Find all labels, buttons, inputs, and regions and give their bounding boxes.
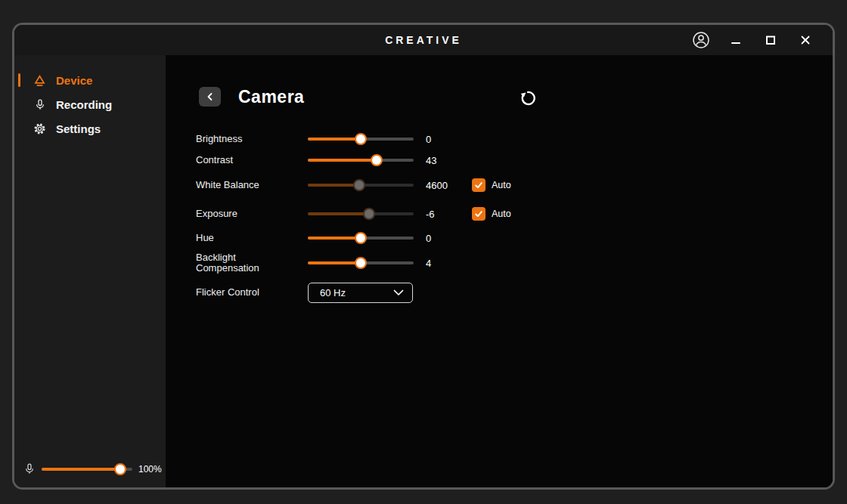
active-indicator bbox=[18, 73, 20, 87]
slider-thumb[interactable] bbox=[114, 463, 126, 475]
account-icon[interactable] bbox=[692, 31, 710, 49]
control-label: Contrast bbox=[196, 155, 294, 165]
contrast-slider[interactable] bbox=[308, 154, 414, 166]
control-label: White Balance bbox=[196, 180, 294, 190]
control-row-contrast: Contrast 43 bbox=[196, 150, 818, 171]
control-value: 43 bbox=[426, 155, 436, 166]
mic-volume-slider[interactable] bbox=[42, 463, 132, 475]
slider-fill bbox=[308, 138, 361, 141]
slider-fill bbox=[308, 237, 361, 240]
white-balance-slider[interactable] bbox=[308, 179, 414, 191]
exposure-slider[interactable] bbox=[308, 208, 414, 220]
control-label: Hue bbox=[196, 233, 294, 243]
device-triangle-icon bbox=[33, 74, 46, 87]
dropdown-selected-value: 60 Hz bbox=[309, 287, 393, 298]
slider-fill bbox=[308, 212, 371, 215]
mic-volume-row: 100% bbox=[23, 462, 162, 476]
titlebar: CREATIVE bbox=[14, 25, 833, 55]
check-icon bbox=[474, 209, 483, 218]
slider-fill bbox=[308, 261, 361, 264]
chevron-left-icon bbox=[206, 92, 215, 101]
hue-slider[interactable] bbox=[308, 232, 414, 244]
auto-checkbox-group: Auto bbox=[472, 178, 511, 192]
brightness-slider[interactable] bbox=[308, 133, 414, 145]
minimize-button[interactable] bbox=[727, 31, 745, 49]
page-title: Camera bbox=[238, 87, 304, 107]
sidebar-item-device[interactable]: Device bbox=[14, 68, 166, 92]
window-controls bbox=[692, 31, 814, 49]
slider-fill bbox=[308, 184, 358, 187]
slider-thumb[interactable] bbox=[371, 154, 383, 166]
control-value: -6 bbox=[426, 209, 435, 220]
microphone-icon bbox=[23, 462, 36, 476]
back-button[interactable] bbox=[199, 87, 221, 107]
slider-thumb[interactable] bbox=[355, 232, 367, 244]
mic-volume-value: 100% bbox=[138, 464, 162, 475]
reset-button[interactable] bbox=[518, 88, 538, 107]
control-value: 0 bbox=[426, 134, 431, 145]
control-row-white-balance: White Balance 4600 Auto bbox=[196, 175, 818, 196]
control-row-exposure: Exposure -6 Auto bbox=[196, 203, 818, 224]
control-label: Backlight Compensation bbox=[196, 252, 279, 274]
auto-checkbox-group: Auto bbox=[472, 207, 511, 221]
auto-checkbox[interactable] bbox=[472, 178, 486, 192]
control-label: Exposure bbox=[196, 209, 294, 219]
sidebar-item-settings[interactable]: Settings bbox=[14, 116, 166, 141]
close-button[interactable] bbox=[796, 31, 814, 49]
control-value: 0 bbox=[426, 233, 431, 244]
gear-icon bbox=[33, 122, 46, 135]
slider-thumb[interactable] bbox=[355, 257, 367, 269]
control-label: Brightness bbox=[196, 134, 294, 144]
backlight-compensation-slider[interactable] bbox=[308, 257, 414, 269]
control-value: 4600 bbox=[426, 180, 448, 191]
reset-icon bbox=[519, 88, 537, 107]
slider-fill bbox=[308, 159, 379, 162]
auto-label: Auto bbox=[492, 180, 511, 190]
control-row-backlight-compensation: Backlight Compensation 4 bbox=[196, 252, 818, 274]
chevron-down-icon bbox=[393, 289, 412, 296]
auto-label: Auto bbox=[492, 209, 511, 219]
slider-thumb[interactable] bbox=[353, 179, 365, 191]
sidebar-item-label: Settings bbox=[56, 122, 101, 135]
sidebar: Device Recording bbox=[14, 55, 166, 487]
microphone-icon bbox=[33, 98, 46, 111]
control-label: Flicker Control bbox=[196, 287, 294, 298]
maximize-button[interactable] bbox=[762, 31, 780, 49]
auto-checkbox[interactable] bbox=[472, 207, 486, 221]
camera-panel: Camera Brightness 0 Contrast bbox=[166, 55, 833, 487]
slider-thumb[interactable] bbox=[363, 208, 375, 220]
app-window: CREATIVE bbox=[12, 23, 835, 490]
control-row-flicker: Flicker Control 60 Hz bbox=[196, 282, 818, 303]
sidebar-item-recording[interactable]: Recording bbox=[14, 92, 166, 116]
sidebar-item-label: Recording bbox=[56, 98, 112, 111]
control-row-brightness: Brightness 0 bbox=[196, 128, 818, 150]
flicker-control-dropdown[interactable]: 60 Hz bbox=[308, 283, 413, 303]
check-icon bbox=[474, 181, 483, 190]
slider-fill bbox=[42, 468, 125, 471]
slider-thumb[interactable] bbox=[355, 133, 367, 145]
sidebar-item-label: Device bbox=[56, 74, 92, 87]
control-row-hue: Hue 0 bbox=[196, 227, 818, 249]
control-value: 4 bbox=[426, 258, 431, 269]
